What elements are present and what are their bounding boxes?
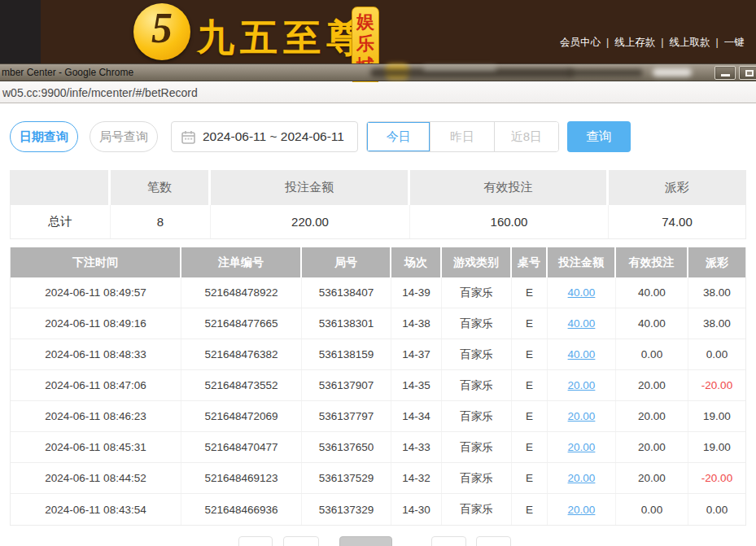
summary-total-row: 总计 8 220.00 160.00 74.00: [11, 205, 745, 238]
cell-time: 2024-06-11 08:49:57: [11, 277, 181, 308]
summary-valid-value: 160.00: [410, 205, 609, 238]
pagination-prev-button[interactable]: [283, 536, 319, 546]
cell-game: 百家乐: [442, 432, 512, 462]
nav-link[interactable]: 一键: [724, 37, 745, 48]
cell-order: 521648473552: [181, 370, 302, 400]
cell-time: 2024-06-11 08:44:52: [11, 463, 181, 493]
screen: 5 九五至尊 娱乐城 会员中心|线上存款|线上取款|一键 mber Center…: [0, 0, 756, 546]
cell-payout: 38.00: [688, 277, 745, 308]
cell-payout: 19.00: [688, 432, 745, 462]
pagination-first-button[interactable]: [238, 536, 273, 546]
redacted-text: [568, 69, 643, 76]
bet-amount-link[interactable]: 40.00: [568, 317, 596, 330]
nav-link[interactable]: 会员中心: [560, 37, 601, 48]
cell-bet: 20.00: [548, 463, 616, 493]
bet-amount-link[interactable]: 20.00: [568, 472, 596, 484]
banner-nav: 会员中心|线上存款|线上取款|一键: [560, 36, 756, 50]
bet-amount-link[interactable]: 40.00: [568, 348, 596, 360]
summary-header-payout: 派彩: [609, 170, 745, 205]
calendar-icon: [181, 130, 195, 144]
redacted-watermark-highlight: [423, 66, 496, 71]
nav-separator: |: [606, 37, 609, 48]
cell-time: 2024-06-11 08:49:16: [11, 308, 181, 339]
cell-table_no: E: [512, 494, 548, 525]
cell-order: 521648466936: [181, 494, 302, 525]
cell-round: 536137907: [302, 370, 391, 400]
cell-bet: 40.00: [548, 339, 616, 369]
table-row: 2024-06-11 08:49:16521648477665536138301…: [11, 308, 745, 339]
window-titlebar[interactable]: mber Center - Google Chrome: [0, 63, 756, 81]
cell-session: 14-38: [391, 308, 442, 339]
badge-char: 娱: [356, 11, 374, 33]
header-payout: 派彩: [688, 247, 745, 277]
cell-time: 2024-06-11 08:45:31: [11, 432, 181, 462]
cell-game: 百家乐: [442, 308, 512, 339]
minimize-button[interactable]: [714, 66, 736, 80]
redacted-text: [653, 68, 692, 76]
bet-record-page: 日期查询 局号查询 2024-06-11 ~ 2024-06-11 今日昨日近8…: [0, 103, 756, 546]
cell-session: 14-37: [391, 339, 442, 369]
bet-table-body: 2024-06-11 08:49:57521648478922536138407…: [11, 277, 745, 525]
cell-table_no: E: [512, 401, 548, 431]
cell-valid: 20.00: [616, 401, 688, 431]
cell-order: 521648470477: [181, 432, 302, 462]
cell-time: 2024-06-11 08:47:06: [11, 370, 181, 400]
header-table: 桌号: [512, 247, 548, 277]
cell-table_no: E: [512, 277, 548, 308]
quick-range-button[interactable]: 昨日: [430, 122, 494, 151]
cell-bet: 40.00: [548, 308, 616, 339]
date-range-value: 2024-06-11 ~ 2024-06-11: [203, 129, 344, 144]
cell-round: 536138407: [302, 277, 391, 308]
header-time: 下注时间: [11, 247, 181, 277]
cell-game: 百家乐: [442, 277, 512, 308]
cell-order: 521648472069: [181, 401, 302, 431]
cell-valid: 40.00: [616, 277, 688, 308]
date-range-input[interactable]: 2024-06-11 ~ 2024-06-11: [171, 121, 358, 152]
cell-bet: 20.00: [548, 432, 616, 462]
table-row: 2024-06-11 08:48:33521648476382536138159…: [11, 339, 745, 370]
table-row: 2024-06-11 08:49:57521648478922536138407…: [11, 277, 745, 308]
cell-valid: 20.00: [616, 463, 688, 493]
pagination-last-button[interactable]: [476, 536, 511, 546]
header-valid: 有效投注: [616, 247, 688, 277]
bet-amount-link[interactable]: 20.00: [568, 379, 596, 391]
pagination-next-button[interactable]: [431, 536, 466, 546]
minimize-icon: [721, 74, 730, 76]
cell-round: 536137797: [302, 401, 391, 431]
cell-order: 521648469123: [181, 463, 302, 493]
quick-range-button[interactable]: 近8日: [495, 122, 558, 151]
nav-link[interactable]: 线上存款: [614, 37, 655, 48]
round-query-tab[interactable]: 局号查询: [90, 121, 158, 152]
cell-session: 14-35: [391, 370, 442, 400]
cell-table_no: E: [512, 308, 548, 339]
cell-bet: 20.00: [548, 494, 616, 525]
cell-valid: 20.00: [616, 432, 688, 462]
table-row: 2024-06-11 08:46:23521648472069536137797…: [11, 401, 745, 432]
cell-payout: 38.00: [688, 308, 745, 339]
cell-table_no: E: [512, 432, 548, 462]
cell-round: 536137329: [302, 494, 391, 525]
url-bar[interactable]: w05.cc:9900/infe/mcenter/#/betRecord: [0, 82, 756, 103]
summary-count-value: 8: [111, 205, 211, 238]
quick-range-button[interactable]: 今日: [367, 122, 430, 151]
search-button[interactable]: 查询: [567, 121, 631, 152]
bet-amount-link[interactable]: 20.00: [568, 504, 596, 516]
summary-header-valid: 有效投注: [410, 170, 609, 205]
table-row: 2024-06-11 08:47:06521648473552536137907…: [11, 370, 745, 401]
maximize-icon: [745, 70, 754, 76]
cell-round: 536138301: [302, 308, 391, 339]
nav-separator: |: [661, 37, 663, 48]
header-round: 局号: [302, 247, 391, 277]
bet-amount-link[interactable]: 40.00: [568, 286, 596, 299]
maximize-button[interactable]: [739, 66, 756, 80]
bet-amount-link[interactable]: 20.00: [568, 441, 596, 453]
brand-name: 九五至尊: [197, 13, 369, 63]
bet-amount-link[interactable]: 20.00: [568, 410, 596, 422]
pagination-current-page[interactable]: [339, 536, 392, 546]
summary-bet-value: 220.00: [211, 205, 410, 238]
cell-round: 536137650: [302, 432, 391, 462]
cell-payout: 19.00: [688, 401, 745, 431]
table-row: 2024-06-11 08:44:52521648469123536137529…: [11, 463, 745, 494]
date-query-tab[interactable]: 日期查询: [10, 121, 78, 152]
nav-link[interactable]: 线上取款: [670, 37, 710, 48]
